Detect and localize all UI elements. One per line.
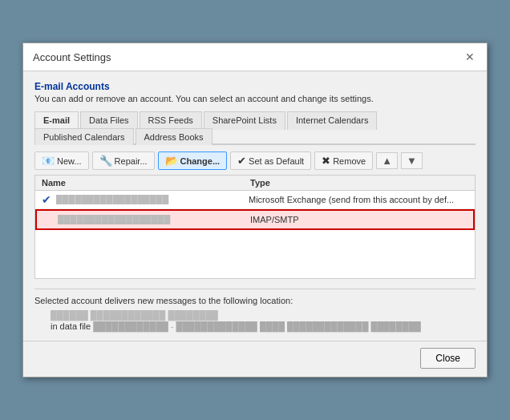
account-settings-dialog: Account Settings ✕ E-mail Accounts You c… bbox=[22, 42, 488, 378]
title-bar: Account Settings ✕ bbox=[23, 43, 487, 71]
delivery-file-info: in data file ████████████ - ████████████… bbox=[51, 321, 476, 331]
account-list-container: Name Type ✔ ██████████████████ Microsoft… bbox=[34, 175, 476, 279]
remove-icon: ✖ bbox=[322, 155, 330, 167]
accounts-toolbar: 📧 New... 🔧 Repair... 📂 Change... ✔ Set a… bbox=[34, 151, 476, 170]
dialog-footer: Close bbox=[23, 341, 487, 377]
move-down-button[interactable]: ▼ bbox=[401, 152, 423, 169]
section-divider bbox=[34, 289, 476, 289]
tab-email[interactable]: E-mail bbox=[34, 111, 79, 130]
new-button[interactable]: 📧 New... bbox=[34, 151, 89, 170]
default-checkmark-icon: ✔ bbox=[42, 193, 51, 206]
dialog-title: Account Settings bbox=[33, 51, 111, 63]
account-type: IMAP/SMTP bbox=[250, 215, 467, 224]
in-data-file-label: in data file bbox=[51, 321, 91, 331]
repair-icon: 🔧 bbox=[99, 155, 112, 167]
change-button[interactable]: 📂 Change... bbox=[158, 151, 228, 170]
section-description: You can add or remove an account. You ca… bbox=[34, 94, 476, 103]
account-name: ██████████████████ bbox=[58, 215, 250, 224]
new-icon: 📧 bbox=[42, 155, 55, 167]
tab-bar: E-mail Data Files RSS Feeds SharePoint L… bbox=[34, 111, 476, 145]
list-header: Name Type bbox=[35, 176, 475, 191]
window-close-button[interactable]: ✕ bbox=[463, 50, 477, 64]
remove-button[interactable]: ✖ Remove bbox=[314, 151, 373, 170]
tab-rss-feeds[interactable]: RSS Feeds bbox=[140, 111, 202, 130]
account-list: Name Type ✔ ██████████████████ Microsoft… bbox=[34, 175, 476, 279]
tab-sharepoint[interactable]: SharePoint Lists bbox=[204, 111, 285, 130]
set-default-button[interactable]: ✔ Set as Default bbox=[230, 151, 311, 170]
checkmark-icon: ✔ bbox=[237, 155, 246, 167]
file-path: ████████████ - █████████████ ████ ██████… bbox=[93, 321, 421, 331]
change-icon: 📂 bbox=[165, 155, 178, 167]
account-type: Microsoft Exchange (send from this accou… bbox=[249, 195, 468, 204]
tab-internet-calendars[interactable]: Internet Calendars bbox=[287, 111, 378, 130]
table-row[interactable]: ✔ ██████████████████ IMAP/SMTP bbox=[35, 209, 475, 230]
tab-address-books[interactable]: Address Books bbox=[136, 128, 212, 145]
delivery-label: Selected account delivers new messages t… bbox=[34, 296, 476, 305]
close-dialog-button[interactable]: Close bbox=[420, 348, 476, 369]
account-name: ██████████████████ bbox=[56, 195, 249, 204]
tab-published-calendars[interactable]: Published Calendars bbox=[34, 128, 134, 145]
tab-data-files[interactable]: Data Files bbox=[80, 111, 138, 130]
move-up-button[interactable]: ▲ bbox=[376, 152, 398, 169]
table-row[interactable]: ✔ ██████████████████ Microsoft Exchange … bbox=[35, 191, 475, 209]
repair-button[interactable]: 🔧 Repair... bbox=[92, 151, 155, 170]
col-header-name: Name bbox=[42, 178, 250, 188]
default-checkmark-placeholder: ✔ bbox=[43, 213, 53, 226]
section-title: E-mail Accounts bbox=[34, 81, 476, 92]
delivery-account: ██████ ████████████ ████████ bbox=[51, 310, 476, 320]
dialog-body: E-mail Accounts You can add or remove an… bbox=[23, 71, 487, 341]
col-header-type: Type bbox=[250, 178, 468, 188]
